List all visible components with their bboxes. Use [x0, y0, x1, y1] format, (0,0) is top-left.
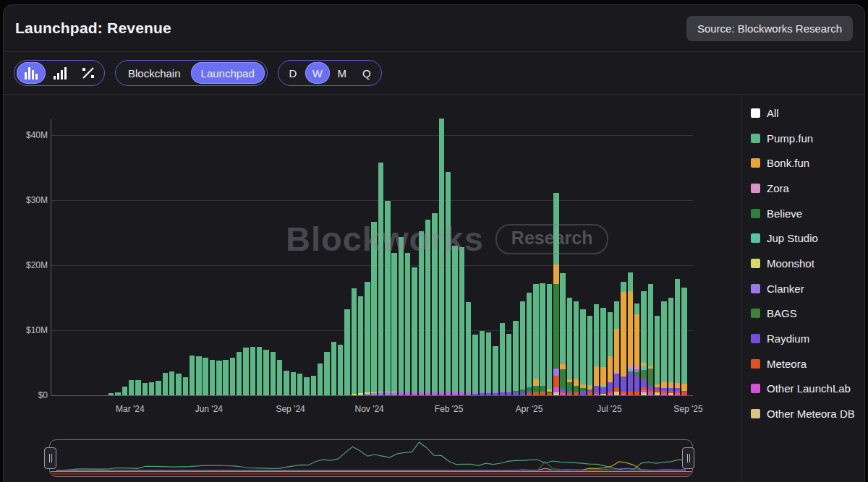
- revenue-bar[interactable]: [675, 279, 680, 395]
- revenue-bar[interactable]: [493, 346, 498, 395]
- revenue-bar[interactable]: [432, 213, 437, 395]
- revenue-bar[interactable]: [352, 288, 357, 395]
- revenue-bar[interactable]: [344, 309, 349, 395]
- legend-item-raydium[interactable]: Raydium: [751, 326, 864, 351]
- revenue-bar[interactable]: [600, 308, 605, 396]
- revenue-bar[interactable]: [230, 358, 235, 395]
- revenue-bar[interactable]: [419, 231, 424, 395]
- legend-item-moonshot[interactable]: Moonshot: [751, 251, 864, 276]
- revenue-bar[interactable]: [399, 237, 404, 395]
- revenue-bar[interactable]: [122, 387, 127, 395]
- revenue-bar[interactable]: [210, 360, 215, 396]
- revenue-bar[interactable]: [358, 296, 363, 395]
- revenue-bar[interactable]: [115, 392, 120, 396]
- legend-item-bonk-fun[interactable]: Bonk.fun: [751, 150, 864, 176]
- revenue-bar[interactable]: [271, 352, 276, 395]
- revenue-bar[interactable]: [668, 298, 673, 395]
- revenue-bar[interactable]: [284, 371, 289, 395]
- revenue-bar[interactable]: [304, 377, 309, 395]
- revenue-bar[interactable]: [129, 380, 134, 395]
- revenue-bar[interactable]: [648, 284, 653, 395]
- legend-item-jup-studio[interactable]: Jup Studio: [751, 225, 864, 251]
- revenue-bar[interactable]: [661, 301, 666, 395]
- legend-item-all[interactable]: All: [751, 100, 864, 126]
- period-monthly[interactable]: M: [330, 62, 354, 84]
- revenue-bar[interactable]: [243, 348, 248, 395]
- period-daily[interactable]: D: [281, 62, 305, 84]
- revenue-bar[interactable]: [277, 360, 282, 395]
- revenue-bar[interactable]: [216, 361, 221, 395]
- source-button[interactable]: Source: Blockworks Research: [686, 16, 853, 41]
- stacked-bar-view-button[interactable]: [17, 62, 46, 84]
- revenue-bar[interactable]: [371, 222, 376, 395]
- revenue-bar[interactable]: [486, 332, 491, 395]
- revenue-bar[interactable]: [553, 193, 558, 395]
- revenue-bar[interactable]: [324, 352, 329, 395]
- revenue-bar[interactable]: [365, 282, 370, 396]
- revenue-bar[interactable]: [263, 350, 268, 395]
- revenue-bar[interactable]: [446, 172, 451, 395]
- revenue-bar[interactable]: [540, 283, 545, 395]
- revenue-bar[interactable]: [297, 374, 302, 395]
- legend-item-other-launchlab[interactable]: Other LaunchLab: [751, 376, 864, 402]
- revenue-bar[interactable]: [608, 312, 613, 395]
- revenue-bar[interactable]: [385, 201, 390, 395]
- revenue-bar[interactable]: [109, 393, 114, 395]
- period-weekly[interactable]: W: [305, 62, 330, 84]
- revenue-bar[interactable]: [237, 352, 242, 395]
- revenue-bar[interactable]: [560, 273, 565, 395]
- ascending-bar-view-button[interactable]: [46, 62, 75, 84]
- legend-item-believe[interactable]: Believe: [751, 201, 864, 226]
- tab-launchpad[interactable]: Launchpad: [191, 62, 265, 84]
- revenue-bar[interactable]: [135, 380, 140, 395]
- revenue-bar[interactable]: [681, 288, 686, 395]
- revenue-bar[interactable]: [176, 374, 181, 395]
- revenue-bar[interactable]: [203, 358, 208, 395]
- revenue-bar[interactable]: [412, 267, 417, 395]
- revenue-bar[interactable]: [655, 316, 660, 395]
- period-quarterly[interactable]: Q: [354, 62, 379, 84]
- revenue-bar[interactable]: [196, 356, 201, 395]
- revenue-bar[interactable]: [574, 301, 579, 396]
- revenue-bar[interactable]: [567, 298, 572, 395]
- revenue-bar[interactable]: [547, 284, 552, 395]
- revenue-bar[interactable]: [250, 347, 255, 395]
- revenue-bar[interactable]: [513, 321, 518, 396]
- legend-item-bags[interactable]: BAGS: [751, 301, 864, 327]
- legend-item-zora[interactable]: Zora: [751, 176, 864, 201]
- revenue-bar[interactable]: [466, 302, 471, 395]
- revenue-bar[interactable]: [527, 293, 532, 395]
- revenue-bar[interactable]: [587, 316, 592, 395]
- navigator-left-handle[interactable]: [44, 447, 56, 469]
- navigator-right-handle[interactable]: [682, 447, 694, 469]
- legend-item-other-meteora-db[interactable]: Other Meteora DB: [751, 401, 864, 426]
- revenue-bar[interactable]: [594, 304, 599, 395]
- revenue-bar[interactable]: [142, 383, 148, 395]
- revenue-bar[interactable]: [311, 376, 316, 395]
- revenue-bar[interactable]: [190, 356, 195, 395]
- revenue-bar[interactable]: [318, 363, 323, 395]
- revenue-bar[interactable]: [331, 342, 336, 395]
- revenue-bar[interactable]: [621, 282, 626, 395]
- revenue-bar[interactable]: [533, 284, 538, 395]
- revenue-bar[interactable]: [634, 304, 639, 395]
- revenue-bar[interactable]: [614, 301, 619, 396]
- revenue-bar[interactable]: [628, 272, 633, 395]
- legend-item-meteora[interactable]: Meteora: [751, 351, 864, 376]
- revenue-bar[interactable]: [480, 331, 485, 395]
- revenue-bar[interactable]: [452, 246, 457, 395]
- revenue-bar[interactable]: [520, 301, 525, 396]
- revenue-bar[interactable]: [378, 163, 383, 395]
- revenue-bar[interactable]: [163, 373, 168, 396]
- revenue-bar[interactable]: [439, 119, 444, 395]
- revenue-bar[interactable]: [425, 220, 430, 395]
- revenue-bar[interactable]: [580, 309, 585, 395]
- revenue-bar[interactable]: [506, 334, 511, 396]
- revenue-bar[interactable]: [223, 360, 228, 396]
- revenue-bar[interactable]: [183, 377, 188, 395]
- legend-item-clanker[interactable]: Clanker: [751, 276, 864, 301]
- revenue-bar[interactable]: [149, 382, 154, 395]
- revenue-bar[interactable]: [257, 347, 262, 396]
- revenue-bar[interactable]: [156, 381, 161, 395]
- legend-item-pump-fun[interactable]: Pump.fun: [751, 126, 864, 151]
